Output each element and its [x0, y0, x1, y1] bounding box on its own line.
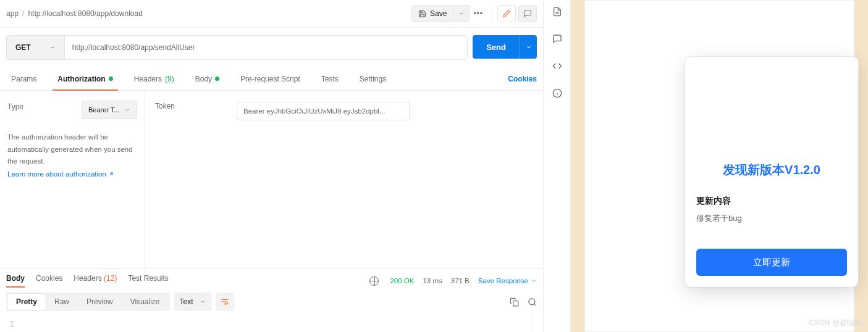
breadcrumb-folder[interactable]: app [6, 9, 19, 18]
tab-headers[interactable]: Headers (9) [129, 67, 179, 90]
view-raw[interactable]: Raw [46, 294, 78, 310]
resp-tab-tests[interactable]: Test Results [128, 274, 168, 288]
tab-params[interactable]: Params [6, 67, 41, 90]
format-select[interactable]: Text [174, 293, 212, 311]
breadcrumb-separator: / [22, 9, 24, 18]
dialog-title: 发现新版本V1.2.0 [696, 162, 847, 178]
view-visualize[interactable]: Visualize [122, 294, 169, 310]
response-toolbar: Pretty Raw Preview Visualize Text [0, 288, 543, 316]
comments-icon[interactable] [552, 33, 563, 44]
token-label: Token [155, 102, 175, 110]
send-dropdown[interactable] [520, 35, 537, 59]
side-panel [544, 0, 571, 332]
dot-indicator-icon [109, 77, 113, 81]
svg-line-4 [534, 304, 536, 305]
response-time: 13 ms [423, 277, 442, 284]
request-tabs: Params Authorization Headers (9) Body Pr… [0, 67, 543, 91]
response-size: 371 B [451, 277, 470, 284]
copy-icon[interactable] [510, 297, 519, 307]
tab-body[interactable]: Body [190, 67, 224, 90]
send-group: Send [473, 35, 537, 60]
auth-sidebar: Type Bearer T... The authorization heade… [0, 91, 145, 268]
view-mode-segment: Pretty Raw Preview Visualize [6, 293, 170, 311]
response-meta: 200 OK 13 ms 371 B Save Response [369, 276, 537, 286]
tab-tests[interactable]: Tests [316, 67, 343, 90]
auth-desc: The authorization header will be automat… [7, 131, 137, 168]
breadcrumb[interactable]: app / http://localhost:8080/app/download [6, 9, 411, 18]
svg-line-0 [110, 173, 112, 175]
token-input[interactable] [237, 102, 410, 120]
auth-type-select[interactable]: Bearer T... [82, 101, 137, 119]
postman-panel: app / http://localhost:8080/app/download… [0, 0, 544, 332]
save-dropdown[interactable] [453, 5, 470, 22]
resp-tab-headers[interactable]: Headers (12) [74, 274, 117, 288]
topbar: app / http://localhost:8080/app/download… [0, 0, 543, 28]
method-select[interactable]: GET [7, 36, 65, 59]
update-dialog: 发现新版本V1.2.0 更新内容 修复若干bug 立即更新 [685, 57, 858, 287]
svg-point-3 [529, 298, 535, 304]
request-line: GET Send [0, 28, 543, 67]
cookies-link[interactable]: Cookies [508, 75, 537, 83]
watermark: CSDN @谷咕咕 [809, 318, 862, 328]
tab-settings[interactable]: Settings [355, 67, 391, 90]
chevron-down-icon [124, 107, 130, 113]
right-actions [497, 5, 537, 22]
comment-button[interactable] [518, 5, 537, 22]
send-button[interactable]: Send [473, 35, 520, 59]
toolbar-right [510, 297, 537, 307]
globe-icon[interactable] [369, 276, 379, 286]
resp-tab-cookies[interactable]: Cookies [36, 274, 62, 288]
wrap-button[interactable] [216, 293, 234, 311]
url-input[interactable] [65, 36, 468, 59]
auth-panel: Type Bearer T... The authorization heade… [0, 91, 543, 268]
tab-authorization[interactable]: Authorization [53, 67, 117, 90]
svg-rect-2 [513, 301, 518, 305]
line-number: 1 [10, 320, 14, 328]
auth-type-label: Type [7, 102, 23, 111]
resp-tab-body[interactable]: Body [6, 274, 25, 288]
save-icon [418, 10, 426, 18]
separator [492, 6, 492, 21]
response-tabs: Body Cookies Headers (12) Test Results 2… [0, 268, 543, 288]
save-response[interactable]: Save Response [478, 277, 537, 284]
response-body[interactable]: 1 [0, 316, 533, 332]
edit-button[interactable] [497, 5, 516, 22]
comment-icon [523, 9, 532, 18]
view-preview[interactable]: Preview [78, 294, 122, 310]
external-link-icon [108, 171, 114, 177]
wrap-icon [220, 297, 230, 306]
dialog-subtitle: 更新内容 [696, 196, 847, 207]
mobile-preview: 发现新版本V1.2.0 更新内容 修复若干bug 立即更新 CSDN @谷咕咕 [571, 0, 868, 332]
update-now-button[interactable]: 立即更新 [696, 249, 847, 276]
view-pretty[interactable]: Pretty [7, 294, 46, 310]
code-icon[interactable] [552, 60, 563, 72]
save-group: Save [411, 5, 470, 22]
auth-content: Token [145, 91, 543, 268]
pencil-icon [502, 9, 511, 18]
search-icon[interactable] [528, 297, 537, 307]
status-code: 200 OK [390, 277, 414, 284]
more-actions[interactable]: ••• [470, 9, 487, 18]
chevron-down-icon [200, 299, 206, 305]
chevron-down-icon [531, 278, 537, 284]
info-icon[interactable] [552, 88, 563, 99]
learn-link[interactable]: Learn more about authorization [7, 170, 114, 178]
docs-icon[interactable] [552, 6, 563, 17]
method-url-box: GET [6, 35, 468, 60]
tab-prerequest[interactable]: Pre-request Script [235, 67, 305, 90]
breadcrumb-path[interactable]: http://localhost:8080/app/download [28, 9, 142, 18]
save-button[interactable]: Save [411, 5, 453, 22]
method-value: GET [15, 43, 31, 52]
dialog-content: 修复若干bug [696, 213, 847, 224]
chevron-down-icon [49, 44, 56, 51]
dot-indicator-icon [215, 77, 219, 81]
chevron-down-icon [526, 44, 532, 50]
chevron-down-icon [458, 10, 465, 17]
